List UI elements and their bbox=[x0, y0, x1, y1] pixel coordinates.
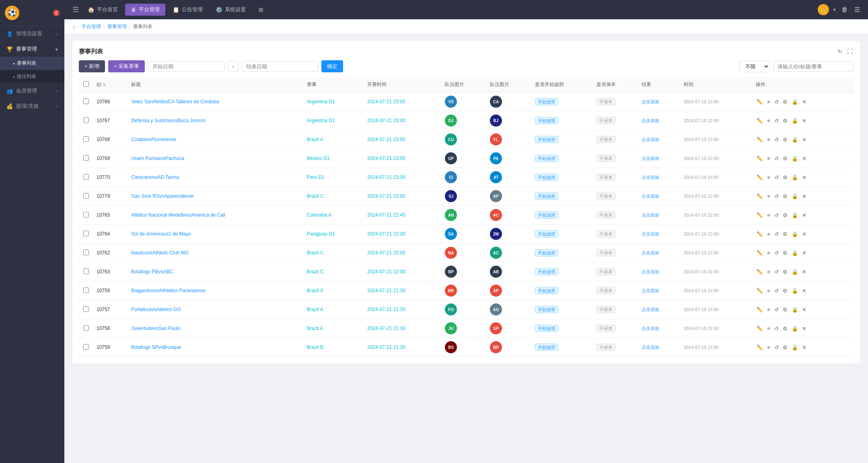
refresh-icon[interactable]: ↺ bbox=[773, 98, 780, 106]
edit-icon[interactable]: ✏️ bbox=[756, 306, 764, 313]
delete-icon[interactable]: ✕ bbox=[801, 230, 807, 238]
refresh-icon[interactable]: ↺ bbox=[773, 268, 780, 276]
delete-icon[interactable]: ✕ bbox=[801, 174, 807, 181]
row-checkbox[interactable] bbox=[83, 193, 89, 199]
edit-icon[interactable]: ✏️ bbox=[756, 325, 764, 332]
refresh-icon[interactable]: ↻ bbox=[837, 47, 843, 55]
settings-icon[interactable]: ⚙ bbox=[782, 117, 788, 125]
lock-icon[interactable]: 🔒 bbox=[791, 268, 799, 276]
list-icon[interactable]: ≡ bbox=[766, 211, 771, 219]
lock-icon[interactable]: 🔒 bbox=[791, 98, 799, 106]
nav-system-settings[interactable]: ⚙️ 系统设置 bbox=[210, 4, 251, 16]
delete-icon[interactable]: ✕ bbox=[801, 211, 807, 219]
edit-icon[interactable]: ✏️ bbox=[756, 136, 764, 143]
list-icon[interactable]: ≡ bbox=[766, 98, 771, 106]
refresh-icon[interactable]: ↺ bbox=[773, 211, 780, 219]
hamburger-icon[interactable]: ☰ bbox=[71, 4, 80, 16]
refresh-icon[interactable]: ↺ bbox=[773, 306, 780, 313]
lock-icon[interactable]: 🔒 bbox=[791, 325, 799, 332]
edit-icon[interactable]: ✏️ bbox=[756, 268, 764, 276]
start-date-input[interactable] bbox=[148, 61, 224, 72]
row-checkbox[interactable] bbox=[83, 231, 89, 236]
avatar-arrow[interactable]: ▼ bbox=[832, 7, 837, 12]
row-checkbox[interactable] bbox=[83, 117, 89, 123]
row-checkbox[interactable] bbox=[83, 155, 89, 161]
sidebar-sub-item-match-list[interactable]: ▪ 赛事列表 bbox=[0, 57, 64, 70]
nav-platform-home[interactable]: 🏠 平台首页 bbox=[82, 4, 123, 16]
settings-icon[interactable]: ⚙ bbox=[782, 136, 788, 143]
row-checkbox[interactable] bbox=[83, 212, 89, 217]
lock-icon[interactable]: 🔒 bbox=[791, 117, 799, 125]
delete-icon[interactable]: ✕ bbox=[801, 98, 807, 106]
expand-icon[interactable]: ⛶ bbox=[846, 47, 854, 55]
settings-icon[interactable]: ⚙ bbox=[782, 344, 788, 351]
list-icon[interactable]: ≡ bbox=[766, 155, 771, 162]
edit-icon[interactable]: ✏️ bbox=[756, 117, 764, 125]
confirm-button[interactable]: 确定 bbox=[321, 60, 343, 72]
row-checkbox[interactable] bbox=[83, 174, 89, 180]
sidebar-item-member-management[interactable]: 👥 会员管理 › bbox=[0, 83, 64, 98]
delete-icon[interactable]: 🗑 bbox=[840, 4, 849, 15]
list-icon[interactable]: ≡ bbox=[766, 344, 771, 351]
edit-icon[interactable]: ✏️ bbox=[756, 249, 764, 257]
lock-icon[interactable]: 🔒 bbox=[791, 344, 799, 351]
breadcrumb-match-management[interactable]: 赛事管理 bbox=[107, 23, 127, 30]
delete-icon[interactable]: ✕ bbox=[801, 193, 807, 200]
row-checkbox[interactable] bbox=[83, 325, 89, 331]
refresh-icon[interactable]: ↺ bbox=[773, 325, 780, 332]
settings-icon[interactable]: ⚙ bbox=[782, 211, 788, 219]
row-checkbox[interactable] bbox=[83, 136, 89, 142]
nav-announcement[interactable]: 📋 公告管理 bbox=[167, 4, 208, 16]
settings-icon[interactable]: ⚙ bbox=[782, 306, 788, 313]
avatar[interactable]: 👑 bbox=[818, 4, 829, 15]
lock-icon[interactable]: 🔒 bbox=[791, 136, 799, 143]
refresh-icon[interactable]: ↺ bbox=[773, 230, 780, 238]
lock-icon[interactable]: 🔒 bbox=[791, 211, 799, 219]
edit-icon[interactable]: ✏️ bbox=[756, 287, 764, 295]
list-icon[interactable]: ≡ bbox=[766, 136, 771, 143]
delete-icon[interactable]: ✕ bbox=[801, 117, 807, 125]
delete-icon[interactable]: ✕ bbox=[801, 249, 807, 257]
home-breadcrumb[interactable]: ⌂ bbox=[72, 24, 75, 30]
edit-icon[interactable]: ✏️ bbox=[756, 344, 764, 351]
row-checkbox[interactable] bbox=[83, 268, 89, 274]
refresh-icon[interactable]: ↺ bbox=[773, 193, 780, 200]
settings-icon[interactable]: ⚙ bbox=[782, 230, 788, 238]
lock-icon[interactable]: 🔒 bbox=[791, 193, 799, 200]
delete-icon[interactable]: ✕ bbox=[801, 155, 807, 162]
search-input[interactable] bbox=[773, 61, 854, 72]
settings-icon[interactable]: ⚙ bbox=[782, 155, 788, 162]
settings-icon[interactable]: ⚙ bbox=[782, 325, 788, 332]
delete-icon[interactable]: ✕ bbox=[801, 136, 807, 143]
sidebar-item-admin-settings[interactable]: 👤 管理员设置 › bbox=[0, 26, 64, 41]
sidebar-sub-item-bet-list[interactable]: ▪ 投注列表 bbox=[0, 70, 64, 83]
list-icon[interactable]: ≡ bbox=[766, 193, 771, 200]
refresh-icon[interactable]: ↺ bbox=[773, 117, 780, 125]
settings-icon[interactable]: ⚙ bbox=[782, 249, 788, 257]
list-icon[interactable]: ≡ bbox=[766, 249, 771, 257]
lock-icon[interactable]: 🔒 bbox=[791, 287, 799, 295]
refresh-icon[interactable]: ↺ bbox=[773, 155, 780, 162]
row-checkbox[interactable] bbox=[83, 250, 89, 255]
list-icon[interactable]: ≡ bbox=[766, 306, 771, 313]
row-checkbox[interactable] bbox=[83, 306, 89, 312]
delete-icon[interactable]: ✕ bbox=[801, 344, 807, 351]
list-icon[interactable]: ≡ bbox=[766, 117, 771, 125]
lock-icon[interactable]: 🔒 bbox=[791, 230, 799, 238]
delete-icon[interactable]: ✕ bbox=[801, 325, 807, 332]
refresh-icon[interactable]: ↺ bbox=[773, 344, 780, 351]
lock-icon[interactable]: 🔒 bbox=[791, 249, 799, 257]
settings-icon[interactable]: ⚙ bbox=[782, 268, 788, 276]
breadcrumb-platform-management[interactable]: 平台管理 bbox=[82, 23, 101, 30]
edit-icon[interactable]: ✏️ bbox=[756, 230, 764, 238]
menu-icon[interactable]: ☰ bbox=[853, 4, 862, 15]
nav-grid-view[interactable]: ⊞ bbox=[253, 4, 269, 15]
settings-icon[interactable]: ⚙ bbox=[782, 98, 788, 106]
list-icon[interactable]: ≡ bbox=[766, 174, 771, 181]
refresh-icon[interactable]: ↺ bbox=[773, 174, 780, 181]
refresh-icon[interactable]: ↺ bbox=[773, 287, 780, 295]
edit-icon[interactable]: ✏️ bbox=[756, 193, 764, 200]
list-icon[interactable]: ≡ bbox=[766, 325, 771, 332]
row-checkbox[interactable] bbox=[83, 98, 89, 104]
list-icon[interactable]: ≡ bbox=[766, 268, 771, 276]
